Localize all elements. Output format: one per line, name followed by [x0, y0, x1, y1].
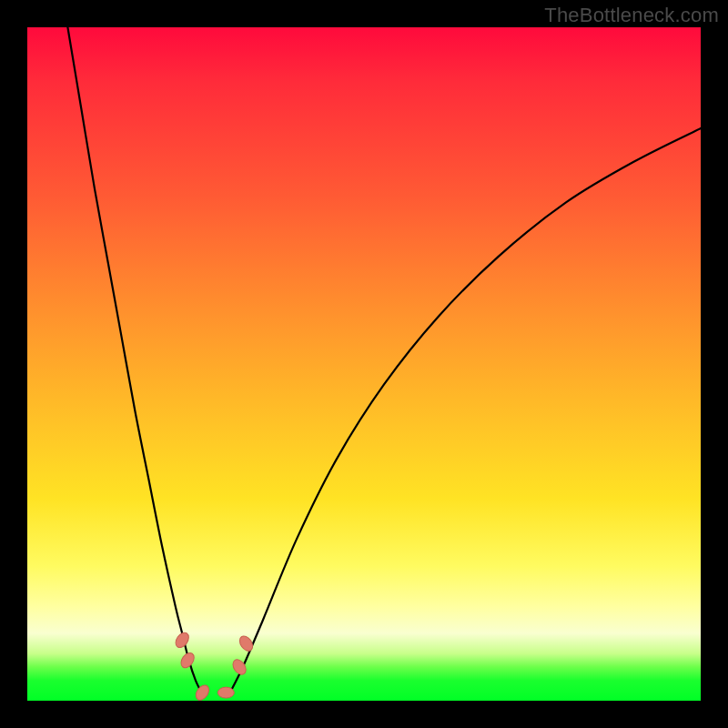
marker-valley-right: [217, 687, 234, 698]
marker-left-knee-upper: [173, 631, 191, 651]
marker-right-knee-upper: [237, 633, 255, 653]
curve-right-branch: [229, 128, 701, 694]
marker-left-knee-lower: [178, 651, 197, 671]
curve-markers: [173, 631, 255, 703]
chart-stage: TheBottleneck.com: [0, 0, 728, 728]
marker-valley-left: [193, 682, 211, 703]
curve-left-branch: [67, 27, 202, 694]
watermark-text: TheBottleneck.com: [544, 4, 719, 27]
curve-layer: [27, 27, 701, 701]
plot-area: [27, 27, 701, 701]
